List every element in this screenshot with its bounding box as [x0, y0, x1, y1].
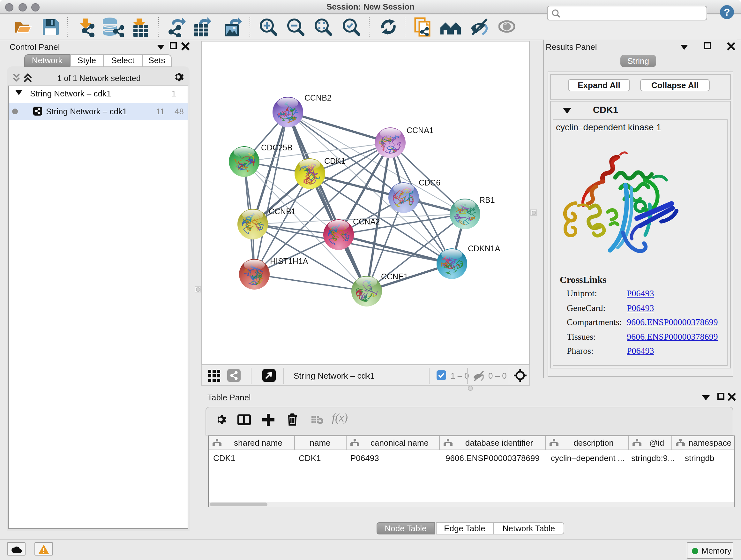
svg-text:CDC6: CDC6 — [419, 178, 441, 187]
svg-text:CCNA2: CCNA2 — [353, 217, 380, 226]
svg-text:RB1: RB1 — [479, 195, 495, 204]
svg-text:CCNA1: CCNA1 — [407, 125, 434, 134]
svg-text:CDC25B: CDC25B — [261, 143, 293, 152]
svg-text:CCNB2: CCNB2 — [305, 93, 332, 102]
svg-text:HIST1H1A: HIST1H1A — [270, 256, 308, 265]
svg-text:CDK1: CDK1 — [324, 156, 346, 165]
svg-text:?: ? — [724, 6, 730, 18]
svg-text:CCNB1: CCNB1 — [269, 206, 296, 215]
svg-text:CCNE1: CCNE1 — [381, 272, 408, 281]
svg-text:CDKN1A: CDKN1A — [468, 244, 500, 253]
